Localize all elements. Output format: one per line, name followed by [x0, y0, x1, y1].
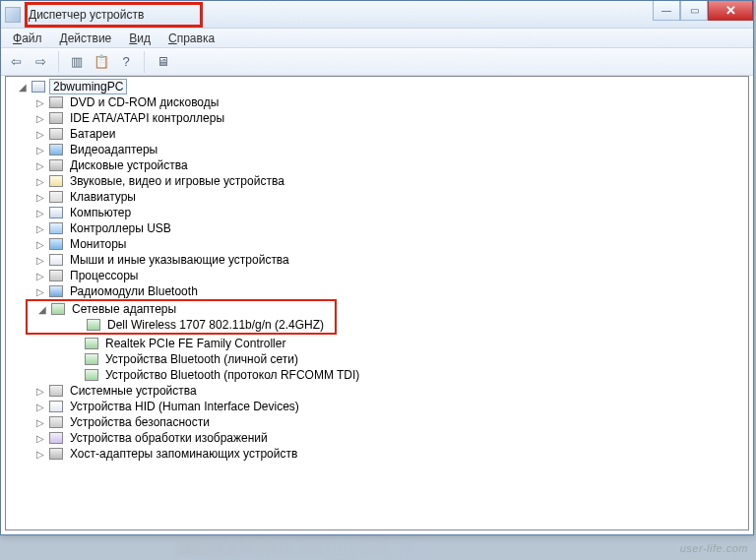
- device-label: Батареи: [67, 126, 118, 142]
- menubar: Файл Действие Вид Справка: [1, 29, 753, 48]
- device-icon: [48, 189, 64, 205]
- device-node-bat[interactable]: ▷Батареи: [33, 126, 748, 142]
- arrow-right-icon: ⇨: [35, 54, 46, 69]
- device-node-sys[interactable]: ▷Системные устройства: [33, 383, 748, 399]
- device-label: Радиомодули Bluetooth: [67, 283, 201, 299]
- nav-back-button[interactable]: ⇦: [5, 51, 27, 73]
- expander-icon[interactable]: ▷: [33, 431, 47, 445]
- toolbar-separator: [144, 51, 145, 73]
- device-node-mouse[interactable]: ▷Мыши и иные указывающие устройства: [33, 252, 748, 268]
- expander-icon[interactable]: ▷: [33, 384, 47, 398]
- root-node[interactable]: ◢ 2bwumingPC: [16, 79, 748, 94]
- expander-icon[interactable]: ▷: [33, 400, 47, 413]
- network-adapter-icon: [84, 336, 99, 351]
- network-child-node[interactable]: Realtek PCIe FE Family Controller: [51, 336, 748, 351]
- device-icon: [48, 126, 64, 142]
- menu-view[interactable]: Вид: [121, 30, 158, 47]
- minimize-button[interactable]: —: [653, 1, 680, 21]
- device-node-sound[interactable]: ▷Звуковые, видео и игровые устройства: [33, 173, 748, 189]
- device-label: DVD и CD-ROM дисководы: [67, 94, 221, 110]
- minimize-icon: —: [662, 5, 671, 16]
- expander-icon[interactable]: ▷: [33, 174, 47, 188]
- expander-icon[interactable]: ▷: [33, 95, 47, 109]
- maximize-button[interactable]: ▭: [680, 1, 708, 21]
- menu-file[interactable]: Файл: [5, 30, 50, 47]
- device-node-comp[interactable]: ▷Компьютер: [33, 205, 748, 220]
- root-label: 2bwumingPC: [49, 79, 127, 94]
- device-node-dvd[interactable]: ▷DVD и CD-ROM дисководы: [33, 94, 748, 110]
- expander-icon[interactable]: ▷: [33, 269, 47, 282]
- device-node-sec[interactable]: ▷Устройства безопасности: [33, 414, 748, 430]
- device-icon: [48, 110, 64, 126]
- device-node-ide[interactable]: ▷IDE ATA/ATAPI контроллеры: [33, 110, 748, 126]
- show-hidden-button[interactable]: ▥: [66, 51, 88, 73]
- nav-forward-button[interactable]: ⇨: [30, 51, 51, 73]
- expander-icon[interactable]: ▷: [33, 415, 47, 429]
- network-adapter-icon: [86, 317, 101, 333]
- computer-scan-icon: 🖥: [157, 54, 169, 69]
- network-child-node[interactable]: Устройство Bluetooth (протокол RFCOMM TD…: [51, 367, 748, 383]
- device-icon: [48, 142, 64, 157]
- device-icon: [48, 430, 64, 446]
- device-icon: [48, 399, 64, 414]
- scan-hardware-button[interactable]: 🖥: [152, 51, 173, 73]
- device-node-imgdev[interactable]: ▷Устройства обработки изображений: [33, 430, 748, 446]
- expander-icon[interactable]: ▷: [33, 284, 47, 298]
- menu-action[interactable]: Действие: [52, 30, 120, 47]
- close-button[interactable]: ✕: [708, 1, 753, 21]
- expander-icon[interactable]: ▷: [33, 158, 47, 172]
- device-node-diskdrv[interactable]: ▷Дисковые устройства: [33, 157, 748, 173]
- expander-icon[interactable]: ◢: [16, 80, 30, 93]
- device-label: Мыши и иные указывающие устройства: [67, 252, 292, 268]
- device-label: Мониторы: [67, 236, 129, 252]
- watermark-text: user-life.com: [680, 542, 748, 554]
- network-adapters-highlight: ◢ Сетевые адаптеры Dell Wireless 1707 80…: [26, 299, 337, 335]
- expander-icon[interactable]: ▷: [33, 111, 47, 125]
- network-child-node[interactable]: Dell Wireless 1707 802.11b/g/n (2.4GHZ): [53, 317, 327, 333]
- device-label: Хост-адаптеры запоминающих устройств: [67, 446, 300, 462]
- device-node-cpu[interactable]: ▷Процессоры: [33, 268, 748, 283]
- device-node-kb[interactable]: ▷Клавиатуры: [33, 189, 748, 205]
- help-button[interactable]: ?: [115, 51, 137, 73]
- help-icon: ?: [122, 54, 129, 69]
- toolbar-separator: [58, 51, 59, 73]
- network-child-label: Устройства Bluetooth (личной сети): [102, 351, 301, 367]
- device-node-mon[interactable]: ▷Мониторы: [33, 236, 748, 252]
- device-node-video[interactable]: ▷Видеоадаптеры: [33, 142, 748, 157]
- expander-icon[interactable]: ▷: [33, 253, 47, 267]
- titlebar[interactable]: Диспетчер устройств — ▭ ✕: [1, 1, 753, 29]
- device-node-hid[interactable]: ▷Устройства HID (Human Interface Devices…: [33, 399, 748, 414]
- device-icon: [48, 173, 64, 189]
- computer-icon: [31, 79, 46, 94]
- expander-icon[interactable]: ▷: [33, 237, 47, 251]
- expander-icon[interactable]: ▷: [33, 447, 47, 461]
- properties-button[interactable]: 📋: [91, 51, 112, 73]
- device-icon: [48, 157, 64, 173]
- maximize-icon: ▭: [690, 5, 699, 16]
- device-node-btradio[interactable]: ▷Радиомодули Bluetooth: [33, 283, 748, 299]
- device-label: Устройства HID (Human Interface Devices): [67, 399, 302, 414]
- expander-icon[interactable]: ▷: [33, 221, 47, 235]
- device-tree-panel[interactable]: ◢ 2bwumingPC ▷DVD и CD-ROM дисководы▷IDE…: [5, 76, 749, 530]
- network-adapters-node[interactable]: ◢ Сетевые адаптеры: [35, 301, 327, 317]
- expander-icon[interactable]: ▷: [33, 206, 47, 219]
- device-node-host[interactable]: ▷Хост-адаптеры запоминающих устройств: [33, 446, 748, 462]
- close-icon: ✕: [725, 3, 736, 18]
- arrow-left-icon: ⇦: [11, 54, 22, 69]
- toolbar: ⇦ ⇨ ▥ 📋 ? 🖥: [1, 48, 753, 76]
- network-adapter-icon: [84, 351, 99, 367]
- device-label: Звуковые, видео и игровые устройства: [67, 173, 287, 189]
- device-label: Процессоры: [67, 268, 142, 283]
- device-label: Видеоадаптеры: [67, 142, 160, 157]
- network-child-node[interactable]: Устройства Bluetooth (личной сети): [51, 351, 748, 367]
- network-adapters-label: Сетевые адаптеры: [69, 301, 179, 317]
- device-node-usb[interactable]: ▷Контроллеры USB: [33, 220, 748, 236]
- expander-icon[interactable]: ◢: [35, 302, 49, 316]
- expander-icon[interactable]: ▷: [33, 190, 47, 204]
- expander-icon[interactable]: ▷: [33, 127, 47, 141]
- menu-help[interactable]: Справка: [160, 30, 222, 47]
- device-icon: [48, 446, 64, 462]
- device-icon: [48, 383, 64, 399]
- expander-icon[interactable]: ▷: [33, 143, 47, 156]
- device-label: Контроллеры USB: [67, 220, 174, 236]
